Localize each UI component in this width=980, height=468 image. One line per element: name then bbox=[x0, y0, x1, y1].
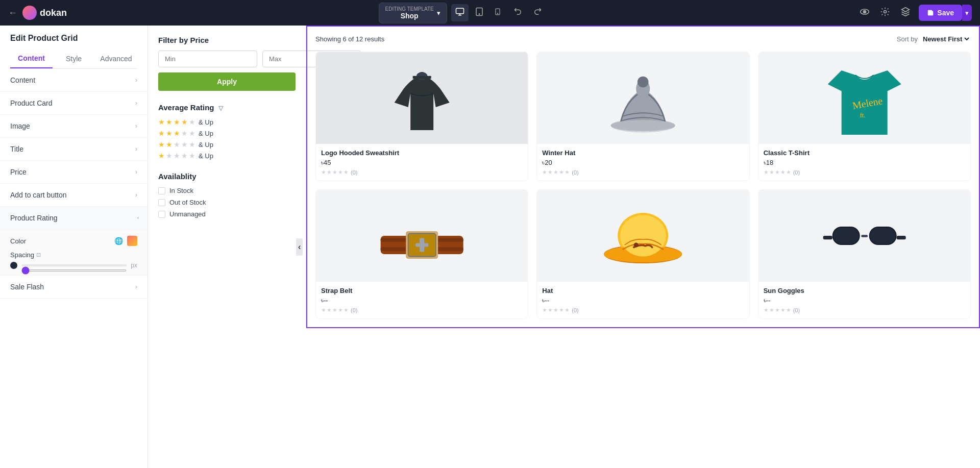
availability-in-stock[interactable]: In Stock bbox=[158, 187, 296, 194]
spacing-slider-container: px bbox=[10, 262, 137, 269]
sort-select[interactable]: Newest First bbox=[921, 35, 971, 43]
svg-point-4 bbox=[497, 13, 498, 14]
star-5: ★ bbox=[189, 129, 195, 137]
editing-template-button[interactable]: EDITING TEMPLATE Shop ▾ bbox=[379, 3, 447, 23]
spacing-slider[interactable] bbox=[21, 269, 127, 272]
save-button[interactable]: Save bbox=[919, 5, 962, 21]
star-3: ★ bbox=[174, 118, 180, 126]
svg-point-18 bbox=[638, 77, 649, 88]
star-4: ★ bbox=[181, 118, 188, 126]
availability-unmanaged[interactable]: Unmanaged bbox=[158, 210, 296, 218]
sidebar-item-label: Content bbox=[10, 76, 35, 84]
chevron-right-icon: › bbox=[135, 168, 137, 176]
product-grid-wrapper: Product Grid ⊡ 🗑 Showing 6 of 12 results… bbox=[306, 26, 980, 328]
star-2: ★ bbox=[166, 140, 173, 149]
star-5: ★ bbox=[189, 118, 195, 126]
product-card-strap-belt[interactable]: Strap Belt ৳-- ★ ★ ★ ★ ★ bbox=[315, 189, 528, 319]
main-layout: Edit Product Grid Content Style Advanced… bbox=[0, 26, 980, 468]
product-rating-winter-hat: ★ ★ ★ ★ ★ (0) bbox=[542, 169, 744, 176]
product-name-sun-goggles: Sun Goggles bbox=[764, 287, 965, 294]
back-button[interactable]: ← bbox=[8, 8, 17, 18]
sidebar-item-sale-flash[interactable]: Sale Flash › bbox=[0, 276, 148, 299]
review-count-winter-hat: (0) bbox=[572, 169, 578, 176]
winter-hat-svg bbox=[537, 52, 749, 144]
rating-filter-1star[interactable]: ★ ★ ★ ★ ★ & Up bbox=[158, 152, 296, 160]
desktop-device-button[interactable] bbox=[451, 4, 469, 21]
rating-filter-3star[interactable]: ★ ★ ★ ★ ★ & Up bbox=[158, 129, 296, 137]
product-price-sun-goggles: ৳-- bbox=[764, 297, 965, 305]
tab-content[interactable]: Content bbox=[10, 49, 53, 68]
tab-style[interactable]: Style bbox=[53, 49, 95, 68]
chevron-right-icon: › bbox=[135, 191, 137, 199]
belt-svg bbox=[316, 190, 528, 282]
product-stars-sun-goggles: ★ ★ ★ ★ ★ bbox=[764, 307, 791, 313]
product-card-classic-tshirt[interactable]: Melene ft. Classic T-Shirt ৳18 bbox=[758, 52, 971, 181]
min-price-input[interactable] bbox=[158, 51, 257, 67]
mobile-device-button[interactable] bbox=[490, 4, 505, 21]
sidebar-item-label: Add to cart button bbox=[10, 191, 67, 199]
spacing-label: Spacing ⊡ bbox=[10, 251, 41, 259]
redo-button[interactable] bbox=[529, 4, 546, 21]
unmanaged-checkbox[interactable] bbox=[158, 211, 165, 218]
product-card-hoodie[interactable]: Logo Hooded Sweatshirt ৳45 ★ ★ ★ ★ bbox=[315, 52, 528, 181]
product-card-hat[interactable]: Hat ৳-- ★ ★ ★ ★ ★ bbox=[536, 189, 749, 319]
tab-advanced[interactable]: Advanced bbox=[95, 49, 137, 68]
layers-button[interactable] bbox=[898, 5, 913, 21]
product-info-classic-tshirt: Classic T-Shirt ৳18 ★ ★ ★ ★ ★ bbox=[758, 144, 970, 181]
slider-dot bbox=[10, 262, 17, 269]
undo-button[interactable] bbox=[509, 4, 527, 21]
color-label: Color bbox=[10, 237, 26, 245]
sort-area: Sort by Newest First bbox=[897, 35, 971, 43]
star-5: ★ bbox=[189, 152, 195, 160]
sidebar-item-product-card[interactable]: Product Card › bbox=[0, 92, 148, 115]
sidebar-item-price[interactable]: Price › bbox=[0, 161, 148, 184]
product-card-sun-goggles[interactable]: Sun Goggles ৳-- ★ ★ ★ ★ ★ bbox=[758, 189, 971, 319]
sidebar-item-title[interactable]: Title › bbox=[0, 138, 148, 161]
globe-icon[interactable]: 🌐 bbox=[114, 237, 123, 245]
svg-rect-14 bbox=[413, 76, 431, 79]
price-inputs bbox=[158, 51, 296, 67]
sunglasses-svg bbox=[758, 190, 970, 282]
px-label: px bbox=[131, 262, 137, 269]
product-image-hoodie bbox=[316, 52, 528, 144]
product-rating-expanded: Color 🌐 Spacing ⊡ bbox=[0, 230, 148, 276]
filter-panel: Filter by Price Apply Average Rating ▽ bbox=[148, 26, 306, 328]
star-4: ★ bbox=[181, 152, 188, 160]
settings-button[interactable] bbox=[878, 5, 892, 21]
spacing-text: Spacing bbox=[10, 251, 34, 259]
save-dropdown-button[interactable]: ▾ bbox=[962, 5, 972, 21]
chevron-right-icon: › bbox=[135, 283, 137, 290]
out-of-stock-checkbox[interactable] bbox=[158, 199, 165, 206]
rating-filter-icon: ▽ bbox=[218, 105, 223, 112]
rating-filter-4star[interactable]: ★ ★ ★ ★ ★ & Up bbox=[158, 118, 296, 126]
collapse-handle[interactable]: ‹ bbox=[296, 238, 303, 256]
product-price-hoodie: ৳45 bbox=[321, 159, 523, 167]
availability-out-of-stock[interactable]: Out of Stock bbox=[158, 199, 296, 206]
sidebar-item-add-to-cart[interactable]: Add to cart button › bbox=[0, 184, 148, 207]
product-image-classic-tshirt: Melene ft. bbox=[758, 52, 970, 144]
svg-point-6 bbox=[864, 10, 866, 13]
star-3: ★ bbox=[174, 140, 180, 149]
sidebar-items: Content › Product Card › Image › Title ›… bbox=[0, 69, 148, 468]
in-stock-checkbox[interactable] bbox=[158, 187, 165, 194]
sidebar-item-product-rating[interactable]: Product Rating ˅ bbox=[0, 207, 148, 230]
product-grid-content: Showing 6 of 12 results Sort by Newest F… bbox=[307, 27, 979, 327]
star-3: ★ bbox=[174, 152, 180, 160]
color-swatch[interactable] bbox=[127, 236, 137, 246]
tablet-device-button[interactable] bbox=[471, 4, 488, 21]
availability-section: Availablity In Stock Out of Stock Unmana… bbox=[158, 172, 296, 218]
svg-rect-0 bbox=[456, 8, 463, 14]
preview-button[interactable] bbox=[857, 5, 872, 21]
apply-button[interactable]: Apply bbox=[158, 72, 296, 91]
sidebar-item-image[interactable]: Image › bbox=[0, 115, 148, 138]
star-1: ★ bbox=[158, 152, 165, 160]
star-1: ★ bbox=[158, 129, 165, 137]
rating-filter-title: Average Rating ▽ bbox=[158, 103, 296, 112]
product-card-winter-hat[interactable]: Winter Hat ৳20 ★ ★ ★ ★ ★ bbox=[536, 52, 749, 181]
canvas: ‹ Filter by Price Apply bbox=[148, 26, 980, 468]
svg-point-36 bbox=[634, 243, 639, 248]
review-count-hoodie: (0) bbox=[351, 169, 357, 176]
sidebar-item-content[interactable]: Content › bbox=[0, 69, 148, 92]
rating-filter-2star[interactable]: ★ ★ ★ ★ ★ & Up bbox=[158, 140, 296, 149]
star-1: ★ bbox=[158, 140, 165, 149]
